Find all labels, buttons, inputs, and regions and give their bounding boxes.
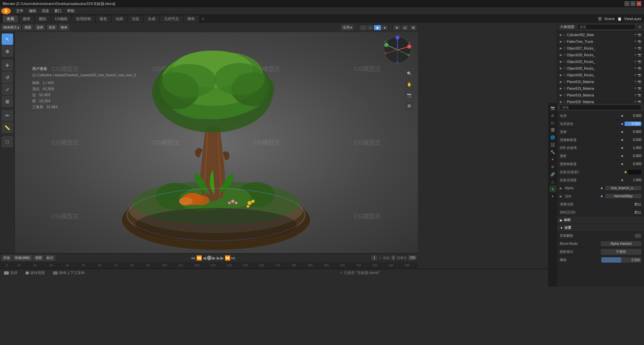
gloss-tint-value[interactable]: 0.500 (625, 122, 641, 126)
gizmo-toggle[interactable]: ⊕ (393, 25, 400, 30)
cam-icon[interactable]: 📷 (638, 60, 641, 63)
eye-icon[interactable]: 👁 (634, 40, 637, 43)
play-button[interactable] (207, 256, 212, 260)
menu-edit[interactable]: 编辑 (26, 8, 39, 14)
navigation-gizmo[interactable]: X Y Z (382, 35, 413, 65)
eye-icon[interactable]: 👁 (634, 73, 637, 77)
filter-icon[interactable]: ⚙ (638, 25, 641, 29)
view-menu[interactable]: 视图 (22, 24, 33, 30)
transmission-value[interactable]: 0.000 (625, 154, 641, 158)
list-item[interactable]: ▶ ▽ Plane915_Materia 👁 📷 (557, 85, 644, 92)
prev-keyframe-button[interactable]: ◀ (203, 255, 206, 261)
grid-view[interactable]: ⊞ (405, 101, 414, 111)
cam-icon[interactable]: 📷 (638, 80, 641, 83)
marker-menu[interactable]: 标记 (45, 255, 55, 261)
shadow-mode-select[interactable]: 不透明 (601, 249, 642, 255)
solid-shading[interactable]: ○ (367, 25, 373, 30)
normal-dot[interactable] (601, 195, 603, 197)
minimize-button[interactable]: — (625, 1, 629, 6)
ior-dot[interactable] (621, 147, 623, 149)
volume-section[interactable]: ▶ 体积 (557, 216, 644, 224)
outliner-search[interactable] (577, 24, 636, 30)
list-item[interactable]: ▶ ▽ Plane910_Materia 👁 📷 (557, 78, 644, 85)
jump-start-button[interactable]: ⏮ (191, 255, 196, 261)
output-properties-icon[interactable]: 🖨 (549, 112, 556, 119)
3d-viewport[interactable]: CG模型主 CG模型主 CG模型主 CG模型主 CG模型主 CG模型主 CG模型… (15, 32, 418, 253)
alpha-row[interactable]: ▶ Alpha tree_branch_n... (557, 184, 644, 192)
timeline-view-menu[interactable]: 视图 (33, 255, 44, 261)
physics-properties-icon[interactable]: ⚙ (549, 163, 556, 170)
tab-animation[interactable]: 动画 (112, 15, 127, 22)
tab-compositing[interactable]: 合成 (144, 15, 159, 22)
overlay-toggle[interactable]: ◎ (401, 25, 409, 30)
alpha-dot[interactable] (601, 187, 603, 189)
properties-search[interactable] (560, 105, 641, 110)
constraints-properties-icon[interactable]: 🔗 (549, 171, 556, 178)
measure-tool[interactable]: 📏 (2, 122, 13, 133)
tab-sculpt[interactable]: 雕刻 (35, 15, 50, 22)
scale-tool[interactable]: ⤢ (2, 84, 13, 95)
transform-tool[interactable]: ⊞ (2, 96, 13, 107)
eye-icon[interactable]: 👁 (634, 80, 637, 83)
next-frame-button[interactable]: ⏩ (225, 255, 230, 261)
ior-value[interactable]: 1.450 (625, 146, 641, 150)
alpha-expand-icon[interactable]: ▶ (560, 187, 562, 190)
gloss-value[interactable]: 0.000 (625, 114, 641, 118)
transmission-rough-dot[interactable] (621, 163, 623, 165)
maximize-button[interactable]: □ (631, 1, 635, 6)
list-item[interactable]: ▶ ▽ Object029_Rocks_ 👁 📷 (557, 58, 644, 65)
eye-icon[interactable]: 👁 (634, 47, 637, 50)
list-item[interactable]: ▶ ▽ Cylinder092_Mate 👁 📷 (557, 31, 644, 38)
prev-frame-button[interactable]: ⏪ (196, 255, 202, 261)
play-forward-button[interactable]: ▶ (212, 255, 216, 261)
select-tool[interactable]: ↖ (2, 33, 13, 45)
emission-color-swatch[interactable] (628, 170, 641, 175)
annotate-tool[interactable]: ✏ (2, 110, 13, 121)
clearcoat-rough-dot[interactable] (621, 139, 623, 141)
render-properties-icon[interactable]: 📷 (549, 105, 556, 111)
tab-rendering[interactable]: 渲染 (128, 15, 143, 22)
cam-icon[interactable]: 📷 (638, 87, 641, 90)
rotate-tool[interactable]: ↺ (2, 72, 13, 83)
playback-menu[interactable]: 回放 (1, 255, 12, 261)
menu-window[interactable]: 窗口 (52, 8, 64, 14)
material-shading[interactable]: ◉ (374, 25, 381, 30)
transmission-dot[interactable] (621, 155, 623, 157)
xray-toggle[interactable]: ⊞ (410, 25, 417, 30)
blend-mode-select[interactable]: Alpha Hashed (601, 241, 642, 246)
current-frame[interactable]: 1 (371, 255, 377, 260)
particles-properties-icon[interactable]: ✦ (549, 156, 556, 163)
eye-icon[interactable]: 👁 (634, 33, 637, 37)
cam-icon[interactable]: 📷 (638, 67, 641, 70)
list-item[interactable]: ▶ ▽ Object028_Rocks_ 👁 📷 (557, 52, 644, 58)
list-item[interactable]: ▶ ▽ Object027_Rocks_ 👁 📷 (557, 45, 644, 52)
tab-modeling[interactable]: 建模 (19, 15, 34, 22)
eye-icon[interactable]: 👁 (634, 60, 637, 63)
emission-dot[interactable] (625, 171, 627, 173)
emission-strength-value[interactable]: 1.000 (625, 178, 641, 182)
gloss-dot[interactable] (621, 115, 623, 117)
cam-icon[interactable]: 📷 (638, 93, 641, 97)
cam-icon[interactable]: 📷 (638, 47, 641, 50)
list-item[interactable]: ▶ ▽ FallenTree_Trunk 👁 📷 (557, 38, 644, 45)
wireframe-shading[interactable]: ⬚ (360, 25, 367, 30)
add-tool[interactable]: □ (2, 136, 13, 147)
next-keyframe-button[interactable]: ▶▶ (217, 255, 224, 261)
cam-icon[interactable]: 📷 (638, 53, 641, 57)
eye-icon[interactable]: 👁 (634, 93, 637, 97)
world-properties-icon[interactable]: 🌐 (549, 134, 556, 141)
scene-properties-icon[interactable]: 🎬 (549, 127, 556, 133)
data-properties-icon[interactable]: △ (549, 178, 556, 185)
tab-layout[interactable]: 布局 (3, 15, 18, 22)
list-item[interactable]: ▶ ▽ Plane919_Materia 👁 📷 (557, 92, 644, 98)
menu-help[interactable]: 帮助 (64, 8, 77, 14)
settings-section[interactable]: ▼ 设置 (557, 224, 644, 232)
jump-end-button[interactable]: ⏭ (231, 255, 236, 261)
cam-icon[interactable]: 📷 (638, 73, 641, 77)
clearcoat-dot[interactable] (621, 131, 623, 133)
rendered-shading[interactable]: ● (382, 25, 388, 30)
tab-uv-editing[interactable]: UV编辑 (51, 15, 71, 22)
shaderfx-properties-icon[interactable]: ✦ (549, 193, 556, 200)
tab-geo-nodes[interactable]: 几何节点 (160, 15, 183, 22)
add-workspace-button[interactable]: + (200, 16, 206, 21)
